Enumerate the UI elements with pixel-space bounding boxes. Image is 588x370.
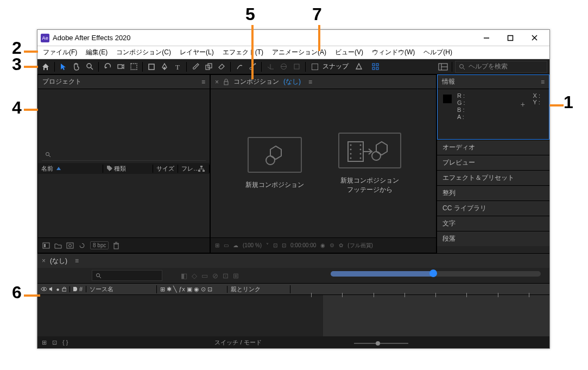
zoom-tool[interactable]: [84, 61, 96, 73]
workspace-icon[interactable]: [437, 61, 449, 73]
orbit-tool[interactable]: [102, 61, 113, 73]
new-comp-card[interactable]: 新規コンポジション: [245, 137, 304, 190]
camera-tool[interactable]: [115, 61, 127, 73]
svg-rect-40: [44, 244, 46, 247]
selection-tool[interactable]: [58, 61, 69, 73]
timeline-search[interactable]: [92, 270, 162, 281]
toggle-switches-icon[interactable]: ⊞: [42, 339, 47, 346]
adjust-icon[interactable]: [78, 242, 86, 249]
svg-line-5: [91, 67, 93, 70]
hand-tool[interactable]: [71, 61, 83, 73]
home-button[interactable]: [40, 61, 52, 73]
new-comp-icon: [263, 144, 287, 166]
snap-options-icon[interactable]: [353, 61, 365, 73]
tl-btn-5[interactable]: ⊡: [223, 272, 229, 280]
close-tab-icon[interactable]: ×: [215, 78, 219, 86]
local-axis-icon[interactable]: [264, 61, 276, 73]
new-comp-from-footage-card[interactable]: 新規コンポジションフッテージから: [338, 133, 401, 195]
col-source-name[interactable]: ソース名: [86, 285, 157, 293]
project-search[interactable]: [42, 149, 206, 161]
tl-btn-2[interactable]: ◇: [192, 272, 197, 280]
interpret-icon[interactable]: [42, 242, 50, 249]
panel-menu-icon[interactable]: ≡: [308, 78, 312, 86]
rectangle-tool[interactable]: [146, 61, 157, 73]
panel-character[interactable]: 文字: [437, 216, 549, 231]
menu-file[interactable]: ファイル(F): [39, 47, 81, 58]
text-tool[interactable]: T: [172, 61, 184, 73]
menu-layer[interactable]: レイヤー(L): [175, 47, 218, 58]
toggle-brackets-icon[interactable]: { }: [62, 339, 68, 346]
svg-rect-39: [43, 243, 49, 248]
col-parent[interactable]: 親とリンク: [227, 285, 290, 293]
flowchart-icon[interactable]: [198, 165, 205, 173]
panel-cc-libraries[interactable]: CC ライブラリ: [437, 200, 549, 216]
tl-btn-6[interactable]: ⊞: [233, 272, 239, 280]
eraser-tool[interactable]: [216, 61, 227, 73]
panel-menu-icon[interactable]: ≡: [541, 78, 545, 86]
search-icon: [45, 152, 51, 158]
col-size[interactable]: サイズ: [153, 165, 178, 173]
panel-effects-presets[interactable]: エフェクト＆プリセット: [437, 170, 549, 185]
tl-btn-4[interactable]: ⊘: [212, 272, 218, 280]
close-button[interactable]: [522, 30, 546, 46]
new-comp-label: 新規コンポジション: [245, 180, 304, 190]
folder-icon[interactable]: [54, 242, 62, 249]
new-comp-icon[interactable]: [66, 242, 74, 249]
menu-effect[interactable]: エフェクト(T): [218, 47, 268, 58]
lock-icon[interactable]: [223, 79, 229, 85]
pan-behind-tool[interactable]: [128, 61, 140, 73]
toggle-modes-icon[interactable]: ⊡: [52, 339, 57, 346]
clone-tool[interactable]: [203, 61, 214, 73]
menu-edit[interactable]: 編集(E): [81, 47, 112, 58]
pen-tool[interactable]: [159, 61, 170, 73]
menu-window[interactable]: ウィンドウ(W): [368, 47, 419, 58]
col-av[interactable]: ●: [37, 286, 70, 292]
help-search[interactable]: ヘルプを検索: [455, 61, 547, 73]
panel-paragraph[interactable]: 段落: [437, 231, 549, 246]
search-icon: [96, 273, 102, 279]
project-columns: 名前 種類 サイズ フレ…: [38, 163, 210, 174]
svg-rect-22: [376, 64, 378, 66]
svg-point-4: [87, 64, 91, 68]
col-name[interactable]: 名前: [38, 165, 103, 173]
col-type[interactable]: 種類: [111, 165, 153, 173]
brush-tool[interactable]: [189, 61, 201, 73]
panel-menu-icon[interactable]: ≡: [201, 78, 205, 86]
world-axis-icon[interactable]: [277, 61, 289, 73]
roto-tool[interactable]: [233, 61, 245, 73]
timeline-tracks[interactable]: [323, 295, 549, 336]
col-tag[interactable]: [103, 165, 111, 172]
timeline-columns: ● # ソース名 ⊞ ✱ ╲ ƒx ▣ ◉ ⊙ ⊡ 親とリンク: [37, 283, 549, 295]
panel-menu-icon[interactable]: ≡: [75, 257, 79, 265]
timeline-zoom[interactable]: [354, 341, 408, 346]
svg-point-52: [350, 157, 352, 159]
titlebar: Ae Adobe After Effects 2020: [37, 30, 549, 46]
svg-line-29: [463, 68, 465, 70]
snap-checkbox[interactable]: [312, 64, 318, 70]
trash-icon[interactable]: [113, 242, 119, 249]
timeline-footer: ⊞ ⊡ { } スイッチ / モード: [37, 336, 549, 348]
snap-bounds-icon[interactable]: [369, 61, 381, 73]
work-area-handle[interactable]: [429, 269, 437, 277]
panel-preview[interactable]: プレビュー: [437, 155, 549, 170]
panel-audio[interactable]: オーディオ: [437, 140, 549, 155]
switch-mode-button[interactable]: スイッチ / モード: [214, 338, 261, 347]
tl-btn-1[interactable]: ◧: [181, 272, 187, 280]
minimize-button[interactable]: [475, 30, 498, 46]
view-axis-icon[interactable]: [290, 61, 302, 73]
col-label-num[interactable]: #: [70, 286, 86, 292]
panel-align[interactable]: 整列: [437, 185, 549, 200]
tl-btn-3[interactable]: ▭: [201, 272, 208, 280]
close-tab-icon[interactable]: ×: [42, 257, 46, 265]
menu-animation[interactable]: アニメーション(A): [268, 47, 331, 58]
color-swatch: [443, 95, 452, 103]
svg-rect-23: [372, 67, 375, 70]
col-switches[interactable]: ⊞ ✱ ╲ ƒx ▣ ◉ ⊙ ⊡: [157, 286, 227, 293]
menu-composition[interactable]: コンポジション(C): [112, 47, 175, 58]
menu-help[interactable]: ヘルプ(H): [419, 47, 457, 58]
maximize-button[interactable]: [498, 30, 522, 46]
svg-point-58: [97, 273, 100, 277]
menu-view[interactable]: ビュー(V): [331, 47, 368, 58]
work-area-bar[interactable]: [331, 268, 541, 277]
bpc-button[interactable]: 8 bpc: [90, 241, 109, 249]
